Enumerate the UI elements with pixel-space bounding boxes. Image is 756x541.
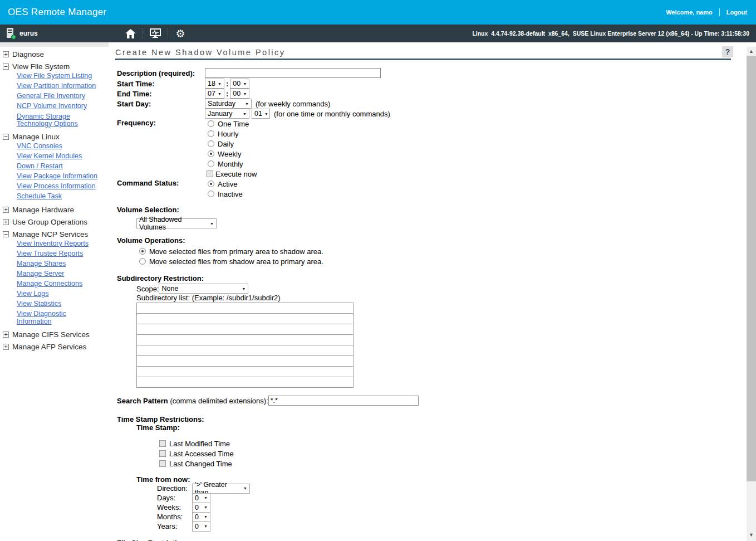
sidebar-item-manage-hardware[interactable]: Manage Hardware: [0, 203, 111, 216]
nav-link-schedule-task[interactable]: Schedule Task: [17, 193, 100, 200]
subdirectory-input-1[interactable]: [136, 303, 354, 314]
radio-primary-to-shadow[interactable]: [139, 248, 146, 255]
time-direction-select[interactable]: '>' Greater than▼: [192, 484, 250, 494]
execute-now-checkbox[interactable]: [207, 170, 213, 177]
gear-icon[interactable]: ⚙: [174, 27, 187, 40]
scrollbar-thumb[interactable]: [747, 56, 756, 481]
sidebar-item-diagnose[interactable]: Diagnose: [0, 48, 111, 60]
nav-link-manage-server[interactable]: Manage Server: [17, 270, 100, 277]
nav-link-down-restart[interactable]: Down / Restart: [17, 163, 100, 170]
end-minute-select[interactable]: 00▼: [230, 89, 249, 99]
nav-link-general-file-inventory[interactable]: General File Inventory: [17, 92, 100, 100]
nav-link-view-package-information[interactable]: View Package Information: [17, 173, 100, 180]
end-time-row: End Time: 07▼ : 00▼: [117, 89, 747, 99]
subdirectory-input-6[interactable]: [136, 355, 354, 367]
sidebar-top-strip: [0, 42, 109, 47]
subdirectory-input-7[interactable]: [136, 366, 354, 377]
expand-icon[interactable]: [3, 207, 9, 213]
frequency-block: Frequency: One Time Hourly Daily Weekly: [117, 119, 747, 179]
search-pattern-input[interactable]: [268, 396, 419, 406]
radio-active[interactable]: [208, 181, 214, 187]
chevron-down-icon: ▼: [243, 486, 247, 490]
days-select[interactable]: 0▼: [192, 493, 210, 503]
help-button[interactable]: ?: [722, 46, 733, 57]
start-date-select[interactable]: 01▼: [252, 109, 270, 119]
weeks-select[interactable]: 0▼: [192, 503, 210, 513]
collapse-icon[interactable]: [3, 231, 9, 237]
nav-tree: Diagnose View File System View File Syst…: [0, 48, 111, 353]
expand-icon[interactable]: [3, 51, 9, 57]
sidebar-item-manage-afp-services[interactable]: Manage AFP Services: [0, 340, 111, 353]
subdirectory-input-2[interactable]: [136, 313, 354, 324]
radio-hourly[interactable]: [208, 130, 214, 137]
start-month-select[interactable]: January▼: [205, 109, 249, 119]
expand-icon[interactable]: [3, 344, 9, 350]
months-select[interactable]: 0▼: [192, 512, 210, 522]
nav-link-view-trustee-reports[interactable]: View Trustee Reports: [17, 250, 100, 257]
last-accessed-checkbox[interactable]: [159, 450, 166, 457]
radio-inactive[interactable]: [208, 191, 214, 197]
nav-link-manage-shares[interactable]: Manage Shares: [17, 260, 100, 267]
years-select[interactable]: 0▼: [192, 521, 210, 532]
nav-links-manage-ncp-services: View Inventory Reports View Trustee Repo…: [0, 240, 111, 325]
volume-operation-option: Move selected files from primary area to…: [139, 246, 747, 256]
radio-daily[interactable]: [208, 140, 214, 147]
collapse-icon[interactable]: [3, 64, 9, 70]
nav-link-view-kernel-modules[interactable]: View Kernel Modules: [17, 153, 100, 160]
nav-link-dynamic-storage-technology-options[interactable]: Dynamic Storage Technology Options: [17, 113, 100, 128]
start-time-label: Start Time:: [117, 80, 205, 88]
nav-link-view-statistics[interactable]: View Statistics: [17, 300, 100, 308]
logout-link[interactable]: Logout: [726, 9, 747, 16]
chevron-down-icon: ▼: [243, 92, 247, 96]
nav-link-vnc-consoles[interactable]: VNC Consoles: [17, 143, 100, 150]
years-row: Years: 0▼: [157, 521, 747, 531]
last-modified-checkbox[interactable]: [159, 440, 166, 447]
subdirectory-input-8[interactable]: [136, 377, 354, 388]
end-hour-select[interactable]: 07▼: [205, 89, 224, 99]
nav-link-view-process-information[interactable]: View Process Information: [17, 183, 100, 190]
nav-link-view-file-system-listing[interactable]: View File System Listing: [17, 72, 100, 80]
sidebar-item-manage-ncp-services[interactable]: Manage NCP Services: [0, 228, 111, 240]
description-input[interactable]: [205, 68, 381, 78]
sidebar-item-use-group-operations[interactable]: Use Group Operations: [0, 216, 111, 228]
home-icon[interactable]: [124, 27, 137, 40]
radio-monthly[interactable]: [208, 160, 214, 167]
nav-link-view-logs[interactable]: View Logs: [17, 290, 100, 298]
scroll-down-arrow[interactable]: ▼: [747, 530, 756, 539]
scroll-up-arrow[interactable]: ▲: [747, 47, 756, 56]
sidebar-item-view-file-system[interactable]: View File System: [0, 60, 111, 72]
nav-link-ncp-volume-inventory[interactable]: NCP Volume Inventory: [17, 103, 100, 110]
start-minute-select[interactable]: 00▼: [230, 79, 249, 89]
nav-links-view-file-system: View File System Listing View Partition …: [0, 72, 111, 128]
volume-selection-select[interactable]: All Shadowed Volumes▼: [136, 218, 217, 228]
nav-link-view-inventory-reports[interactable]: View Inventory Reports: [17, 240, 100, 247]
nav-link-view-diagnostic-information[interactable]: View Diagnostic Information: [17, 310, 100, 325]
subdirectory-input-3[interactable]: [136, 324, 354, 335]
nav-link-manage-connections[interactable]: Manage Connections: [17, 280, 100, 287]
scope-row: Scope: None▼: [136, 284, 747, 294]
command-status-option: Active: [205, 179, 243, 189]
timestamp-option: Last Modified Time: [159, 438, 747, 449]
nav-link-view-partition-information[interactable]: View Partition Information: [17, 82, 100, 90]
sidebar-item-manage-cifs-services[interactable]: Manage CIFS Services: [0, 328, 111, 340]
health-monitor-icon[interactable]: [149, 27, 162, 40]
scope-select[interactable]: None▼: [159, 284, 248, 294]
start-day-select[interactable]: Saturday▼: [205, 99, 252, 109]
radio-one-time[interactable]: [208, 120, 214, 127]
server-bar-icons: ⚙: [124, 25, 187, 42]
radio-weekly[interactable]: [208, 150, 214, 157]
sidebar-item-manage-linux[interactable]: Manage Linux: [0, 130, 111, 143]
server-name: eurus: [19, 30, 38, 37]
expand-icon[interactable]: [3, 219, 9, 225]
days-label: Days:: [157, 494, 192, 502]
server-status-dot: [11, 35, 16, 40]
last-changed-checkbox[interactable]: [159, 460, 166, 467]
radio-shadow-to-primary[interactable]: [139, 258, 146, 265]
subdirectory-input-4[interactable]: [136, 334, 354, 345]
expand-icon[interactable]: [3, 332, 9, 338]
start-hour-select[interactable]: 18▼: [205, 79, 224, 89]
subdirectory-input-5[interactable]: [136, 345, 354, 356]
vertical-scrollbar[interactable]: ▲ ▼: [747, 47, 756, 541]
collapse-icon[interactable]: [3, 134, 9, 140]
search-pattern-row: Search Pattern (comma delimited extensio…: [117, 396, 747, 406]
